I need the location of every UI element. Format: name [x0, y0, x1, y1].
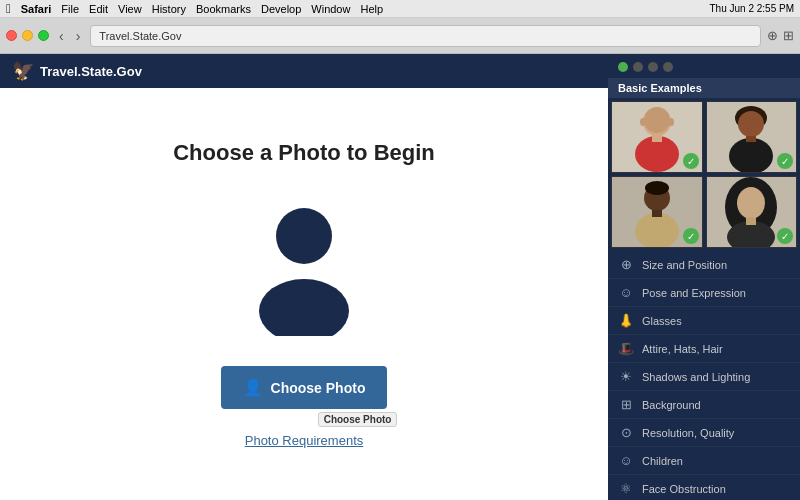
menu-label-children: Children — [642, 455, 683, 467]
site-logo: 🦅 Travel.State.Gov — [12, 60, 142, 82]
menu-item-shadows-lighting[interactable]: ☀ Shadows and Lighting — [608, 363, 800, 391]
page-title: Choose a Photo to Begin — [173, 140, 435, 166]
menubar-clock: Thu Jun 2 2:55 PM — [710, 3, 795, 14]
svg-rect-6 — [652, 134, 662, 142]
tooltip-badge: Choose Photo — [318, 412, 398, 427]
svg-point-9 — [738, 111, 764, 137]
progress-dot-4 — [663, 62, 673, 72]
menu-label-shadows: Shadows and Lighting — [642, 371, 750, 383]
person-2-svg — [716, 102, 786, 172]
svg-point-13 — [635, 213, 679, 247]
share-icon[interactable]: ⊕ — [767, 28, 778, 43]
example-photo-2[interactable]: ✓ — [706, 101, 798, 173]
menu-item-resolution-quality[interactable]: ⊙ Resolution, Quality — [608, 419, 800, 447]
children-icon: ☺ — [618, 453, 634, 468]
person-icon: 👤 — [243, 378, 263, 397]
shadows-icon: ☀ — [618, 369, 634, 384]
url-text: Travel.State.Gov — [99, 30, 181, 42]
glasses-icon: 👃 — [618, 313, 634, 328]
menu-bookmarks[interactable]: Bookmarks — [196, 3, 251, 15]
menu-window[interactable]: Window — [311, 3, 350, 15]
progress-dot-1 — [618, 62, 628, 72]
check-3: ✓ — [683, 228, 699, 244]
menu-edit[interactable]: Edit — [89, 3, 108, 15]
menu-file[interactable]: File — [61, 3, 79, 15]
attire-icon: 🎩 — [618, 341, 634, 356]
menu-safari[interactable]: Safari — [21, 3, 52, 15]
menu-label-background: Background — [642, 399, 701, 411]
browser-actions: ⊕ ⊞ — [767, 28, 794, 43]
svg-point-10 — [729, 138, 773, 172]
example-photo-3[interactable]: ✓ — [611, 176, 703, 248]
eagle-icon: 🦅 — [12, 60, 34, 82]
menu-label-face-obstruction: Face Obstruction — [642, 483, 726, 495]
site-header: 🦅 Travel.State.Gov — [0, 54, 608, 88]
site-title[interactable]: Travel.State.Gov — [40, 64, 142, 79]
right-sidebar: Basic Examples — [608, 54, 800, 500]
menu-label-attire: Attire, Hats, Hair — [642, 343, 723, 355]
menu-label-glasses: Glasses — [642, 315, 682, 327]
example-photo-4[interactable]: ✓ — [706, 176, 798, 248]
sidebar-menu: ⊕ Size and Position ☺ Pose and Expressio… — [608, 251, 800, 500]
menu-item-pose-expression[interactable]: ☺ Pose and Expression — [608, 279, 800, 307]
mac-menubar:  Safari File Edit View History Bookmark… — [0, 0, 800, 18]
menu-develop[interactable]: Develop — [261, 3, 301, 15]
address-bar[interactable]: Travel.State.Gov — [90, 25, 761, 47]
check-4: ✓ — [777, 228, 793, 244]
back-button[interactable]: ‹ — [55, 27, 68, 45]
person-silhouette — [244, 196, 364, 336]
photo-requirements-text: Photo Requirements — [245, 433, 364, 448]
check-1: ✓ — [683, 153, 699, 169]
silhouette-svg — [244, 196, 364, 336]
menu-item-glasses[interactable]: 👃 Glasses — [608, 307, 800, 335]
resolution-icon: ⊙ — [618, 425, 634, 440]
svg-rect-19 — [746, 217, 756, 225]
content-area: Choose a Photo to Begin 👤 Choose Photo C… — [0, 88, 608, 500]
basic-examples-header: Basic Examples — [608, 78, 800, 98]
person-3-svg — [622, 177, 692, 247]
fullscreen-button[interactable] — [38, 30, 49, 41]
traffic-lights — [6, 30, 49, 41]
progress-dot-2 — [633, 62, 643, 72]
menu-item-face-obstruction[interactable]: ⚛ Face Obstruction — [608, 475, 800, 500]
main-content: 🦅 Travel.State.Gov Choose a Photo to Beg… — [0, 54, 608, 500]
menu-label-size-position: Size and Position — [642, 259, 727, 271]
photo-grid: ✓ — [608, 98, 800, 251]
choose-photo-button[interactable]: 👤 Choose Photo Choose Photo — [221, 366, 388, 409]
choose-photo-label: Choose Photo — [271, 380, 366, 396]
check-2: ✓ — [777, 153, 793, 169]
svg-point-15 — [645, 181, 669, 195]
tab-icon[interactable]: ⊞ — [783, 28, 794, 43]
menu-item-attire-hats-hair[interactable]: 🎩 Attire, Hats, Hair — [608, 335, 800, 363]
svg-point-17 — [737, 187, 765, 219]
apple-menu[interactable]:  — [6, 1, 11, 16]
svg-rect-14 — [652, 210, 662, 217]
face-obstruction-icon: ⚛ — [618, 481, 634, 496]
menu-item-children[interactable]: ☺ Children — [608, 447, 800, 475]
menu-item-size-position[interactable]: ⊕ Size and Position — [608, 251, 800, 279]
menu-item-background[interactable]: ⊞ Background — [608, 391, 800, 419]
svg-point-0 — [276, 208, 332, 264]
svg-point-7 — [644, 107, 670, 133]
menu-history[interactable]: History — [152, 3, 186, 15]
browser-chrome: ‹ › Travel.State.Gov ⊕ ⊞ — [0, 18, 800, 54]
size-position-icon: ⊕ — [618, 257, 634, 272]
svg-rect-11 — [746, 136, 756, 142]
svg-point-1 — [259, 279, 349, 336]
photo-requirements-link[interactable]: Photo Requirements — [245, 433, 364, 448]
pose-expression-icon: ☺ — [618, 285, 634, 300]
menu-view[interactable]: View — [118, 3, 142, 15]
page: 🦅 Travel.State.Gov Choose a Photo to Beg… — [0, 54, 800, 500]
close-button[interactable] — [6, 30, 17, 41]
menu-help[interactable]: Help — [360, 3, 383, 15]
menu-label-resolution: Resolution, Quality — [642, 427, 734, 439]
person-1-svg — [622, 102, 692, 172]
person-4-svg — [716, 177, 786, 247]
menu-label-pose-expression: Pose and Expression — [642, 287, 746, 299]
progress-dot-3 — [648, 62, 658, 72]
minimize-button[interactable] — [22, 30, 33, 41]
example-photo-1[interactable]: ✓ — [611, 101, 703, 173]
progress-dots — [608, 54, 800, 78]
forward-button[interactable]: › — [72, 27, 85, 45]
background-icon: ⊞ — [618, 397, 634, 412]
